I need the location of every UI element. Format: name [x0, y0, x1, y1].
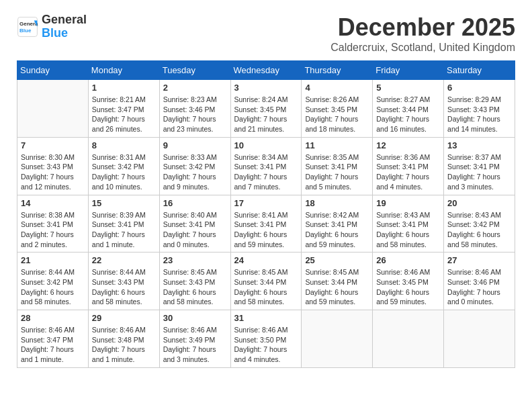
calendar-cell: 18Sunrise: 8:42 AM Sunset: 3:41 PM Dayli…	[302, 195, 373, 253]
day-info: Sunrise: 8:42 AM Sunset: 3:41 PM Dayligh…	[305, 210, 369, 250]
calendar-cell: 28Sunrise: 8:46 AM Sunset: 3:47 PM Dayli…	[17, 310, 89, 368]
day-number: 1	[92, 83, 156, 93]
calendar-cell: 11Sunrise: 8:35 AM Sunset: 3:41 PM Dayli…	[302, 137, 373, 195]
day-number: 11	[305, 140, 369, 150]
day-info: Sunrise: 8:44 AM Sunset: 3:42 PM Dayligh…	[21, 267, 85, 307]
calendar-cell: 1Sunrise: 8:21 AM Sunset: 3:47 PM Daylig…	[88, 80, 159, 138]
day-info: Sunrise: 8:21 AM Sunset: 3:47 PM Dayligh…	[92, 95, 156, 134]
day-info: Sunrise: 8:43 AM Sunset: 3:42 PM Dayligh…	[447, 210, 511, 250]
calendar-cell: 21Sunrise: 8:44 AM Sunset: 3:42 PM Dayli…	[17, 253, 89, 310]
day-info: Sunrise: 8:31 AM Sunset: 3:42 PM Dayligh…	[92, 152, 156, 192]
day-info: Sunrise: 8:40 AM Sunset: 3:41 PM Dayligh…	[163, 210, 227, 250]
day-number: 4	[305, 83, 369, 93]
day-number: 16	[163, 198, 227, 208]
month-title: December 2025	[330, 13, 515, 42]
day-number: 15	[92, 198, 156, 208]
calendar-cell: 13Sunrise: 8:37 AM Sunset: 3:41 PM Dayli…	[444, 137, 515, 195]
day-number: 25	[305, 255, 369, 265]
day-info: Sunrise: 8:36 AM Sunset: 3:41 PM Dayligh…	[376, 152, 440, 192]
day-number: 27	[447, 255, 511, 265]
day-number: 31	[234, 313, 298, 323]
day-info: Sunrise: 8:46 AM Sunset: 3:49 PM Dayligh…	[163, 325, 227, 365]
calendar-table: SundayMondayTuesdayWednesdayThursdayFrid…	[17, 60, 515, 368]
day-info: Sunrise: 8:46 AM Sunset: 3:50 PM Dayligh…	[234, 325, 298, 365]
day-info: Sunrise: 8:41 AM Sunset: 3:41 PM Dayligh…	[234, 210, 298, 250]
day-info: Sunrise: 8:43 AM Sunset: 3:41 PM Dayligh…	[376, 210, 440, 250]
calendar-week-row: 7Sunrise: 8:30 AM Sunset: 3:43 PM Daylig…	[17, 137, 515, 195]
day-number: 10	[234, 140, 298, 150]
weekday-header: Wednesday	[230, 61, 302, 80]
calendar-cell: 10Sunrise: 8:34 AM Sunset: 3:41 PM Dayli…	[230, 137, 302, 195]
calendar-cell: 2Sunrise: 8:23 AM Sunset: 3:46 PM Daylig…	[159, 80, 230, 138]
day-number: 17	[234, 198, 298, 208]
day-info: Sunrise: 8:46 AM Sunset: 3:47 PM Dayligh…	[21, 325, 85, 365]
day-info: Sunrise: 8:46 AM Sunset: 3:48 PM Dayligh…	[92, 325, 156, 365]
day-number: 13	[447, 140, 511, 150]
title-area: December 2025 Caldercruix, Scotland, Uni…	[330, 13, 515, 54]
calendar-cell: 19Sunrise: 8:43 AM Sunset: 3:41 PM Dayli…	[373, 195, 444, 253]
calendar-cell: 7Sunrise: 8:30 AM Sunset: 3:43 PM Daylig…	[17, 137, 89, 195]
day-info: Sunrise: 8:29 AM Sunset: 3:43 PM Dayligh…	[447, 95, 511, 134]
day-info: Sunrise: 8:26 AM Sunset: 3:45 PM Dayligh…	[305, 95, 369, 134]
calendar-week-row: 28Sunrise: 8:46 AM Sunset: 3:47 PM Dayli…	[17, 310, 515, 368]
day-info: Sunrise: 8:35 AM Sunset: 3:41 PM Dayligh…	[305, 152, 369, 192]
logo-icon: General Blue	[17, 16, 38, 38]
day-number: 5	[376, 83, 440, 93]
calendar-cell: 17Sunrise: 8:41 AM Sunset: 3:41 PM Dayli…	[230, 195, 302, 253]
calendar-cell: 3Sunrise: 8:24 AM Sunset: 3:45 PM Daylig…	[230, 80, 302, 138]
day-info: Sunrise: 8:45 AM Sunset: 3:44 PM Dayligh…	[305, 267, 369, 307]
weekday-header: Sunday	[17, 61, 89, 80]
logo-text: General Blue	[42, 13, 87, 40]
logo: General Blue General Blue	[17, 13, 87, 40]
day-number: 2	[163, 83, 227, 93]
day-info: Sunrise: 8:33 AM Sunset: 3:42 PM Dayligh…	[163, 152, 227, 192]
calendar-cell	[373, 310, 444, 368]
day-info: Sunrise: 8:30 AM Sunset: 3:43 PM Dayligh…	[21, 152, 85, 192]
day-number: 22	[92, 255, 156, 265]
day-number: 29	[92, 313, 156, 323]
day-info: Sunrise: 8:46 AM Sunset: 3:46 PM Dayligh…	[447, 267, 511, 307]
day-number: 7	[21, 140, 85, 150]
day-number: 12	[376, 140, 440, 150]
day-info: Sunrise: 8:44 AM Sunset: 3:43 PM Dayligh…	[92, 267, 156, 307]
day-info: Sunrise: 8:34 AM Sunset: 3:41 PM Dayligh…	[234, 152, 298, 192]
day-info: Sunrise: 8:23 AM Sunset: 3:46 PM Dayligh…	[163, 95, 227, 134]
calendar-cell	[444, 310, 515, 368]
day-info: Sunrise: 8:24 AM Sunset: 3:45 PM Dayligh…	[234, 95, 298, 134]
day-number: 23	[163, 255, 227, 265]
calendar-cell	[17, 80, 89, 138]
calendar-cell: 9Sunrise: 8:33 AM Sunset: 3:42 PM Daylig…	[159, 137, 230, 195]
logo-blue-text: Blue	[42, 27, 87, 40]
weekday-header: Monday	[88, 61, 159, 80]
calendar-week-row: 1Sunrise: 8:21 AM Sunset: 3:47 PM Daylig…	[17, 80, 515, 138]
calendar-cell: 5Sunrise: 8:27 AM Sunset: 3:44 PM Daylig…	[373, 80, 444, 138]
calendar-week-row: 14Sunrise: 8:38 AM Sunset: 3:41 PM Dayli…	[17, 195, 515, 253]
calendar-cell: 8Sunrise: 8:31 AM Sunset: 3:42 PM Daylig…	[88, 137, 159, 195]
calendar-cell: 22Sunrise: 8:44 AM Sunset: 3:43 PM Dayli…	[88, 253, 159, 310]
day-number: 19	[376, 198, 440, 208]
calendar-cell: 31Sunrise: 8:46 AM Sunset: 3:50 PM Dayli…	[230, 310, 302, 368]
calendar-cell: 12Sunrise: 8:36 AM Sunset: 3:41 PM Dayli…	[373, 137, 444, 195]
calendar-cell: 23Sunrise: 8:45 AM Sunset: 3:43 PM Dayli…	[159, 253, 230, 310]
weekday-header: Friday	[373, 61, 444, 80]
calendar-cell: 30Sunrise: 8:46 AM Sunset: 3:49 PM Dayli…	[159, 310, 230, 368]
day-number: 14	[21, 198, 85, 208]
calendar-cell	[302, 310, 373, 368]
location-text: Caldercruix, Scotland, United Kingdom	[330, 42, 515, 54]
day-info: Sunrise: 8:45 AM Sunset: 3:43 PM Dayligh…	[163, 267, 227, 307]
day-number: 28	[21, 313, 85, 323]
calendar-cell: 20Sunrise: 8:43 AM Sunset: 3:42 PM Dayli…	[444, 195, 515, 253]
calendar-cell: 16Sunrise: 8:40 AM Sunset: 3:41 PM Dayli…	[159, 195, 230, 253]
calendar-cell: 27Sunrise: 8:46 AM Sunset: 3:46 PM Dayli…	[444, 253, 515, 310]
day-number: 9	[163, 140, 227, 150]
day-number: 3	[234, 83, 298, 93]
svg-text:Blue: Blue	[19, 28, 32, 34]
calendar-week-row: 21Sunrise: 8:44 AM Sunset: 3:42 PM Dayli…	[17, 253, 515, 310]
calendar-cell: 25Sunrise: 8:45 AM Sunset: 3:44 PM Dayli…	[302, 253, 373, 310]
day-info: Sunrise: 8:27 AM Sunset: 3:44 PM Dayligh…	[376, 95, 440, 134]
calendar-cell: 24Sunrise: 8:45 AM Sunset: 3:44 PM Dayli…	[230, 253, 302, 310]
day-info: Sunrise: 8:39 AM Sunset: 3:41 PM Dayligh…	[92, 210, 156, 250]
calendar-cell: 15Sunrise: 8:39 AM Sunset: 3:41 PM Dayli…	[88, 195, 159, 253]
weekday-header: Tuesday	[159, 61, 230, 80]
calendar-cell: 26Sunrise: 8:46 AM Sunset: 3:45 PM Dayli…	[373, 253, 444, 310]
